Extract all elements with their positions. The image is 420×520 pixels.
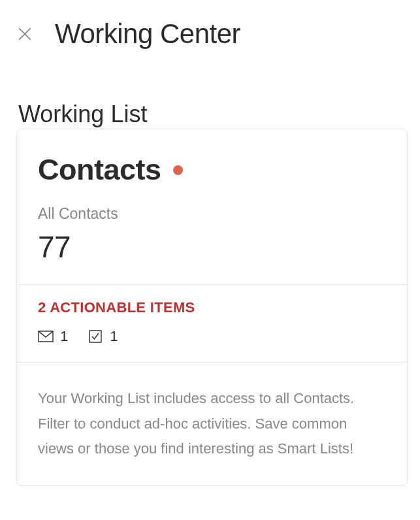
contacts-card[interactable]: Contacts All Contacts 77 2 ACTIONABLE IT…: [16, 129, 408, 486]
page-title: Working Center: [55, 18, 240, 50]
description-text: Your Working List includes access to all…: [38, 386, 386, 462]
header: Working Center: [0, 0, 420, 61]
close-icon[interactable]: [16, 25, 34, 43]
checkbox-icon: [88, 330, 103, 343]
task-count: 1: [110, 328, 118, 345]
status-dot-icon: [173, 165, 183, 175]
card-header: Contacts All Contacts 77: [17, 129, 407, 284]
card-title-row: Contacts: [38, 153, 386, 187]
contact-count: 77: [38, 229, 386, 265]
task-stat[interactable]: 1: [88, 328, 118, 345]
card-title: Contacts: [38, 153, 161, 187]
stat-row: 1 1: [38, 328, 386, 345]
actionable-items-heading: 2 ACTIONABLE ITEMS: [38, 299, 386, 316]
mail-count: 1: [60, 328, 68, 345]
mail-stat[interactable]: 1: [38, 328, 68, 345]
description-section: Your Working List includes access to all…: [17, 363, 407, 485]
actionable-items-section: 2 ACTIONABLE ITEMS 1 1: [17, 285, 407, 362]
card-subheading: All Contacts: [38, 205, 386, 223]
section-label: Working List: [0, 61, 420, 128]
svg-rect-3: [89, 331, 101, 342]
mail-icon: [38, 330, 54, 343]
